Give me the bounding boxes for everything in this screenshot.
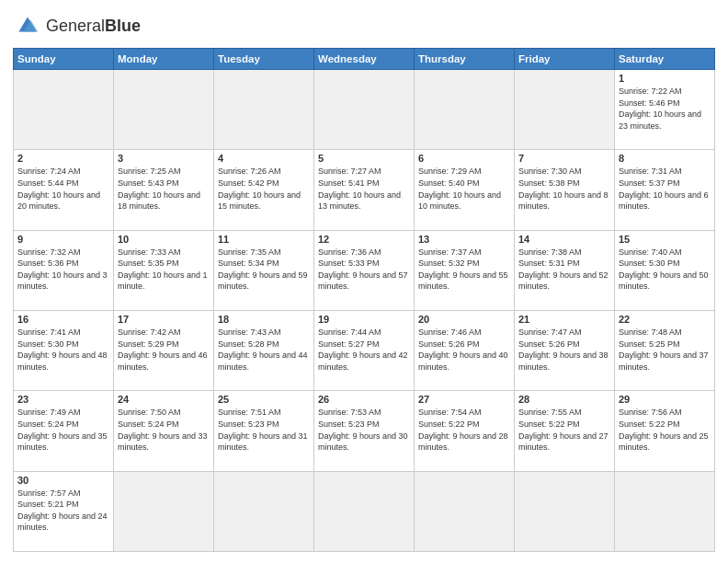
calendar-cell	[214, 471, 314, 551]
header: GeneralBlue	[13, 11, 715, 40]
calendar-header-row: SundayMondayTuesdayWednesdayThursdayFrid…	[14, 49, 715, 70]
day-info: Sunrise: 7:33 AM Sunset: 5:35 PM Dayligh…	[118, 247, 210, 293]
day-number: 20	[418, 314, 510, 325]
day-info: Sunrise: 7:29 AM Sunset: 5:40 PM Dayligh…	[418, 166, 510, 212]
calendar-cell: 25Sunrise: 7:51 AM Sunset: 5:23 PM Dayli…	[214, 391, 314, 471]
calendar-cell: 15Sunrise: 7:40 AM Sunset: 5:30 PM Dayli…	[615, 230, 715, 310]
day-number: 21	[518, 314, 610, 325]
day-number: 15	[619, 234, 711, 245]
calendar-cell	[314, 70, 415, 150]
day-info: Sunrise: 7:26 AM Sunset: 5:42 PM Dayligh…	[218, 166, 310, 212]
day-number: 14	[518, 234, 610, 245]
day-info: Sunrise: 7:27 AM Sunset: 5:41 PM Dayligh…	[318, 166, 410, 212]
calendar-header-friday: Friday	[515, 49, 615, 70]
day-info: Sunrise: 7:24 AM Sunset: 5:44 PM Dayligh…	[17, 166, 109, 212]
day-info: Sunrise: 7:31 AM Sunset: 5:37 PM Dayligh…	[619, 166, 711, 212]
day-info: Sunrise: 7:37 AM Sunset: 5:32 PM Dayligh…	[418, 247, 510, 293]
day-info: Sunrise: 7:47 AM Sunset: 5:26 PM Dayligh…	[518, 327, 610, 373]
calendar-cell	[615, 471, 715, 551]
calendar-cell: 27Sunrise: 7:54 AM Sunset: 5:22 PM Dayli…	[415, 391, 515, 471]
calendar-header-saturday: Saturday	[615, 49, 715, 70]
day-number: 19	[318, 314, 410, 325]
calendar-cell: 4Sunrise: 7:26 AM Sunset: 5:42 PM Daylig…	[214, 150, 314, 230]
day-number: 10	[118, 234, 210, 245]
day-number: 18	[218, 314, 310, 325]
day-info: Sunrise: 7:48 AM Sunset: 5:25 PM Dayligh…	[619, 327, 711, 373]
calendar-week-row: 9Sunrise: 7:32 AM Sunset: 5:36 PM Daylig…	[14, 230, 715, 310]
calendar-cell: 22Sunrise: 7:48 AM Sunset: 5:25 PM Dayli…	[615, 310, 715, 390]
calendar-cell: 21Sunrise: 7:47 AM Sunset: 5:26 PM Dayli…	[515, 310, 615, 390]
generalblue-logo-icon	[13, 11, 42, 40]
day-number: 22	[619, 314, 711, 325]
calendar-cell	[114, 70, 214, 150]
calendar-cell: 16Sunrise: 7:41 AM Sunset: 5:30 PM Dayli…	[14, 310, 114, 390]
day-info: Sunrise: 7:42 AM Sunset: 5:29 PM Dayligh…	[118, 327, 210, 373]
day-info: Sunrise: 7:54 AM Sunset: 5:22 PM Dayligh…	[418, 407, 510, 453]
calendar-cell: 11Sunrise: 7:35 AM Sunset: 5:34 PM Dayli…	[214, 230, 314, 310]
day-info: Sunrise: 7:30 AM Sunset: 5:38 PM Dayligh…	[518, 166, 610, 212]
logo: GeneralBlue	[13, 11, 141, 40]
day-info: Sunrise: 7:56 AM Sunset: 5:22 PM Dayligh…	[619, 407, 711, 453]
day-info: Sunrise: 7:38 AM Sunset: 5:31 PM Dayligh…	[518, 247, 610, 293]
calendar-header-thursday: Thursday	[415, 49, 515, 70]
calendar-table: SundayMondayTuesdayWednesdayThursdayFrid…	[13, 48, 715, 552]
calendar-cell	[314, 471, 415, 551]
day-number: 9	[17, 234, 109, 245]
calendar-header-sunday: Sunday	[14, 49, 114, 70]
day-info: Sunrise: 7:53 AM Sunset: 5:23 PM Dayligh…	[318, 407, 410, 453]
calendar-cell	[214, 70, 314, 150]
day-number: 27	[418, 394, 510, 405]
calendar-week-row: 23Sunrise: 7:49 AM Sunset: 5:24 PM Dayli…	[14, 391, 715, 471]
calendar-cell: 18Sunrise: 7:43 AM Sunset: 5:28 PM Dayli…	[214, 310, 314, 390]
calendar-cell	[515, 471, 615, 551]
day-number: 5	[318, 153, 410, 164]
calendar-cell: 23Sunrise: 7:49 AM Sunset: 5:24 PM Dayli…	[14, 391, 114, 471]
day-info: Sunrise: 7:46 AM Sunset: 5:26 PM Dayligh…	[418, 327, 510, 373]
day-info: Sunrise: 7:43 AM Sunset: 5:28 PM Dayligh…	[218, 327, 310, 373]
calendar-cell	[415, 471, 515, 551]
day-info: Sunrise: 7:25 AM Sunset: 5:43 PM Dayligh…	[118, 166, 210, 212]
calendar-cell: 30Sunrise: 7:57 AM Sunset: 5:21 PM Dayli…	[14, 471, 114, 551]
calendar-cell: 5Sunrise: 7:27 AM Sunset: 5:41 PM Daylig…	[314, 150, 415, 230]
day-info: Sunrise: 7:55 AM Sunset: 5:22 PM Dayligh…	[518, 407, 610, 453]
day-number: 16	[17, 314, 109, 325]
calendar-cell: 14Sunrise: 7:38 AM Sunset: 5:31 PM Dayli…	[515, 230, 615, 310]
calendar-cell: 3Sunrise: 7:25 AM Sunset: 5:43 PM Daylig…	[114, 150, 214, 230]
day-info: Sunrise: 7:51 AM Sunset: 5:23 PM Dayligh…	[218, 407, 310, 453]
calendar-cell: 13Sunrise: 7:37 AM Sunset: 5:32 PM Dayli…	[415, 230, 515, 310]
day-number: 2	[17, 153, 109, 164]
page: GeneralBlue SundayMondayTuesdayWednesday…	[0, 0, 728, 563]
day-info: Sunrise: 7:36 AM Sunset: 5:33 PM Dayligh…	[318, 247, 410, 293]
day-number: 3	[118, 153, 210, 164]
day-number: 4	[218, 153, 310, 164]
calendar-cell: 10Sunrise: 7:33 AM Sunset: 5:35 PM Dayli…	[114, 230, 214, 310]
calendar-week-row: 30Sunrise: 7:57 AM Sunset: 5:21 PM Dayli…	[14, 471, 715, 551]
calendar-cell: 20Sunrise: 7:46 AM Sunset: 5:26 PM Dayli…	[415, 310, 515, 390]
day-number: 13	[418, 234, 510, 245]
day-number: 25	[218, 394, 310, 405]
calendar-cell: 2Sunrise: 7:24 AM Sunset: 5:44 PM Daylig…	[14, 150, 114, 230]
calendar-cell: 17Sunrise: 7:42 AM Sunset: 5:29 PM Dayli…	[114, 310, 214, 390]
day-number: 8	[619, 153, 711, 164]
day-number: 6	[418, 153, 510, 164]
day-number: 24	[118, 394, 210, 405]
calendar-header-wednesday: Wednesday	[314, 49, 415, 70]
calendar-cell: 24Sunrise: 7:50 AM Sunset: 5:24 PM Dayli…	[114, 391, 214, 471]
calendar-cell: 26Sunrise: 7:53 AM Sunset: 5:23 PM Dayli…	[314, 391, 415, 471]
day-number: 12	[318, 234, 410, 245]
day-info: Sunrise: 7:22 AM Sunset: 5:46 PM Dayligh…	[619, 86, 711, 132]
day-info: Sunrise: 7:32 AM Sunset: 5:36 PM Dayligh…	[17, 247, 109, 293]
calendar-cell	[14, 70, 114, 150]
calendar-cell: 1Sunrise: 7:22 AM Sunset: 5:46 PM Daylig…	[615, 70, 715, 150]
calendar-cell: 9Sunrise: 7:32 AM Sunset: 5:36 PM Daylig…	[14, 230, 114, 310]
day-number: 17	[118, 314, 210, 325]
calendar-week-row: 1Sunrise: 7:22 AM Sunset: 5:46 PM Daylig…	[14, 70, 715, 150]
day-number: 29	[619, 394, 711, 405]
calendar-cell	[515, 70, 615, 150]
calendar-header-monday: Monday	[114, 49, 214, 70]
calendar-cell: 19Sunrise: 7:44 AM Sunset: 5:27 PM Dayli…	[314, 310, 415, 390]
calendar-week-row: 16Sunrise: 7:41 AM Sunset: 5:30 PM Dayli…	[14, 310, 715, 390]
calendar-cell	[415, 70, 515, 150]
day-number: 23	[17, 394, 109, 405]
day-info: Sunrise: 7:57 AM Sunset: 5:21 PM Dayligh…	[17, 488, 109, 534]
